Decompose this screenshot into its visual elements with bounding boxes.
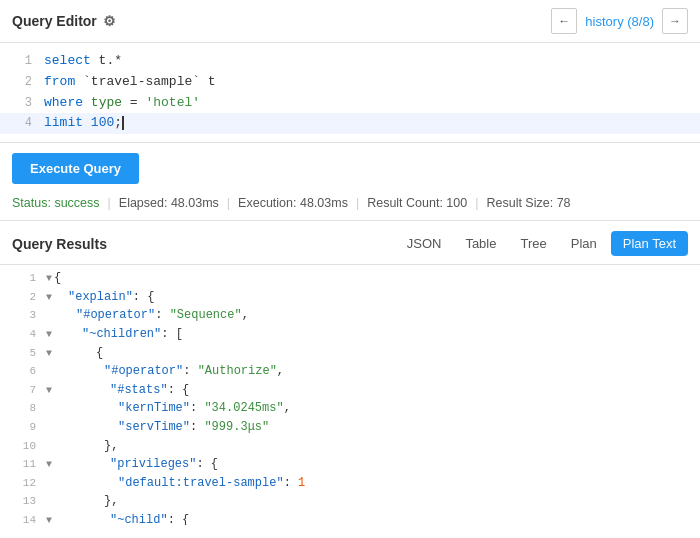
json-toggle-icon[interactable]: ▼ [46,271,52,287]
json-line-content: "explain": { [54,288,154,307]
json-line-content: { [54,269,61,288]
history-label: history (8/8) [581,14,658,29]
json-line-content: "servTime": "999.3μs" [48,418,269,437]
code-line-2: 2 from `travel-sample` t [0,72,700,93]
execute-bar: Execute Query Status: success | Elapsed:… [0,143,700,221]
json-line-number: 8 [8,400,36,417]
json-line: 3"#operator": "Sequence", [0,306,700,325]
json-line-number: 11 [8,456,36,473]
json-toggle-icon[interactable]: ▼ [46,346,52,362]
tab-table[interactable]: Table [455,231,506,256]
history-next-button[interactable]: → [662,8,688,34]
status-text: Status: success [12,196,100,210]
json-line: 7▼"#stats": { [0,381,700,400]
code-content-1: select t.* [44,51,122,72]
json-result-area[interactable]: 1▼{2▼"explain": {3"#operator": "Sequence… [0,265,700,525]
json-line-number: 5 [8,345,36,362]
code-content-2: from `travel-sample` t [44,72,216,93]
json-line: 13}, [0,492,700,511]
json-line: 10}, [0,437,700,456]
tab-plantext[interactable]: Plan Text [611,231,688,256]
json-line-number: 2 [8,289,36,306]
gear-icon[interactable]: ⚙ [103,13,116,29]
status-bar: Status: success | Elapsed: 48.03ms | Exe… [12,196,571,210]
line-number-3: 3 [8,94,32,113]
code-editor[interactable]: 1 select t.* 2 from `travel-sample` t 3 … [0,43,700,143]
json-line: 12"default:travel-sample": 1 [0,474,700,493]
results-header: Query Results JSON Table Tree Plan Plan … [0,221,700,265]
code-content-3: where type = 'hotel' [44,93,200,114]
json-line-number: 12 [8,475,36,492]
result-size-text: Result Size: 78 [486,196,570,210]
editor-title-text: Query Editor [12,13,97,29]
json-line: 14▼"~child": { [0,511,700,525]
result-count-text: Result Count: 100 [367,196,467,210]
json-line: 1▼{ [0,269,700,288]
line-number-1: 1 [8,52,32,71]
json-line: 6"#operator": "Authorize", [0,362,700,381]
json-line-content: "#operator": "Authorize", [48,362,284,381]
results-title: Query Results [12,236,107,252]
json-toggle-icon[interactable]: ▼ [46,327,52,343]
line-number-4: 4 [8,114,32,133]
json-line-number: 13 [8,493,36,510]
tab-plan[interactable]: Plan [561,231,607,256]
elapsed-text: Elapsed: 48.03ms [119,196,219,210]
json-line: 9"servTime": "999.3μs" [0,418,700,437]
json-line-content: "~children": [ [54,325,183,344]
json-line-content: "#operator": "Sequence", [48,306,249,325]
json-line: 2▼"explain": { [0,288,700,307]
tab-tree[interactable]: Tree [510,231,556,256]
code-line-1: 1 select t.* [0,51,700,72]
editor-header: Query Editor ⚙ ← history (8/8) → [0,0,700,43]
json-toggle-icon[interactable]: ▼ [46,513,52,525]
json-line-number: 3 [8,307,36,324]
execute-button[interactable]: Execute Query [12,153,139,184]
json-toggle-icon[interactable]: ▼ [46,290,52,306]
json-toggle-icon[interactable]: ▼ [46,457,52,473]
json-line-number: 7 [8,382,36,399]
json-line-number: 6 [8,363,36,380]
code-content-4: limit 100; [44,113,124,134]
json-line: 8"kernTime": "34.0245ms", [0,399,700,418]
json-line-number: 14 [8,512,36,525]
json-line: 4▼"~children": [ [0,325,700,344]
json-line-content: "#stats": { [54,381,189,400]
tab-json[interactable]: JSON [397,231,452,256]
json-line: 11▼"privileges": { [0,455,700,474]
results-tabs: JSON Table Tree Plan Plan Text [397,231,688,256]
history-prev-button[interactable]: ← [551,8,577,34]
json-line-number: 4 [8,326,36,343]
editor-title: Query Editor ⚙ [12,13,116,29]
json-line-content: "~child": { [54,511,189,525]
code-line-3: 3 where type = 'hotel' [0,93,700,114]
json-line-content: }, [48,492,118,511]
json-line-content: "default:travel-sample": 1 [48,474,305,493]
json-toggle-icon[interactable]: ▼ [46,383,52,399]
json-line-content: { [54,344,103,363]
json-line-number: 9 [8,419,36,436]
history-nav: ← history (8/8) → [551,8,688,34]
execution-text: Execution: 48.03ms [238,196,348,210]
code-line-4: 4 limit 100; [0,113,700,134]
json-line-content: "kernTime": "34.0245ms", [48,399,291,418]
json-line: 5▼{ [0,344,700,363]
line-number-2: 2 [8,73,32,92]
json-line-number: 10 [8,438,36,455]
json-line-content: "privileges": { [54,455,218,474]
json-line-number: 1 [8,270,36,287]
json-line-content: }, [48,437,118,456]
